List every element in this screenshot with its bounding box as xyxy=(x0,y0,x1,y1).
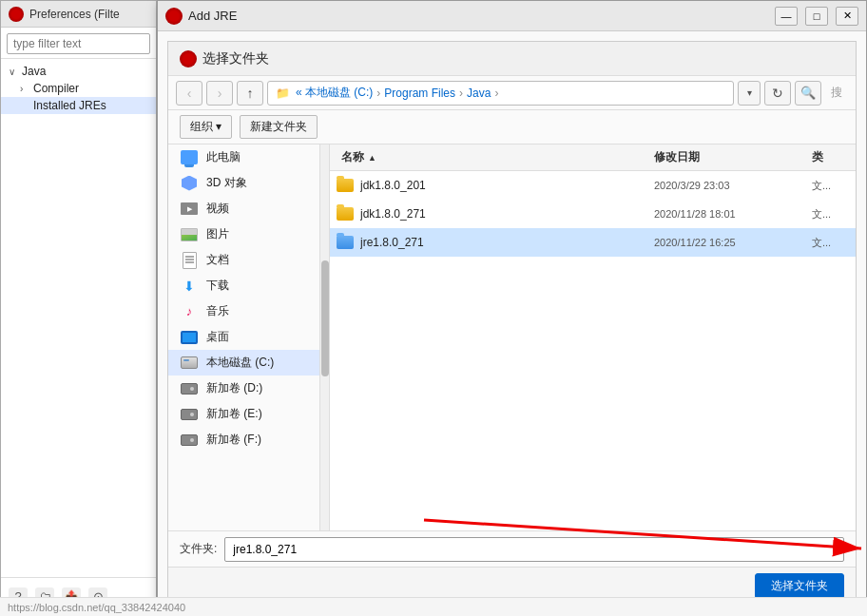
left-panel-scrollbar[interactable] xyxy=(319,144,329,530)
left-item-label: 新加卷 (E:) xyxy=(206,406,262,422)
addjre-icon xyxy=(165,8,183,25)
fc-titlebar: 选择文件夹 xyxy=(168,42,856,76)
breadcrumb-bar: 📁 « 本地磁盘 (C:) › Program Files › Java › xyxy=(267,81,734,106)
fc-right-panel: 名称▲ 修改日期 类 jdk1.8.0_201 2020/3/29 23:03 … xyxy=(330,144,856,530)
left-item-picture[interactable]: 图片 xyxy=(168,221,329,247)
up-button[interactable]: ↑ xyxy=(237,81,263,106)
fc-title: 选择文件夹 xyxy=(202,50,269,67)
preferences-search-area xyxy=(1,28,156,59)
tree-item-label: Java xyxy=(22,65,46,78)
left-item-vol-d[interactable]: 新加卷 (D:) xyxy=(168,375,329,401)
search-input[interactable] xyxy=(7,33,150,54)
file-item-date: 2020/11/28 18:01 xyxy=(646,208,808,220)
breadcrumb-dropdown-button[interactable]: ▾ xyxy=(738,81,761,106)
file-item-jre271[interactable]: jre1.8.0_271 2020/11/22 16:25 文... xyxy=(330,228,856,257)
new-folder-label: 新建文件夹 xyxy=(250,119,307,135)
left-item-computer[interactable]: 此电脑 xyxy=(168,144,329,170)
left-item-3d[interactable]: 3D 对象 xyxy=(168,170,329,196)
scrollbar-thumb[interactable] xyxy=(321,260,329,376)
preferences-title: Preferences (Filte xyxy=(29,8,148,21)
preferences-icon xyxy=(9,7,24,22)
search-button[interactable]: 🔍 xyxy=(795,81,821,106)
file-item-jdk271[interactable]: jdk1.8.0_271 2020/11/28 18:01 文... xyxy=(330,200,856,228)
left-item-document[interactable]: 文档 xyxy=(168,247,329,273)
expand-arrow: › xyxy=(20,84,31,94)
video-icon xyxy=(180,202,199,217)
minimize-button[interactable]: — xyxy=(775,7,798,26)
back-button[interactable]: ‹ xyxy=(176,81,202,106)
file-item-jdk201[interactable]: jdk1.8.0_201 2020/3/29 23:03 文... xyxy=(330,171,856,200)
preferences-tree: ∨ Java › Compiler Installed JREs xyxy=(1,59,156,118)
image-icon xyxy=(180,227,199,242)
left-item-video[interactable]: 视频 xyxy=(168,196,329,221)
addjre-title: Add JRE xyxy=(188,9,767,23)
file-item-name: jdk1.8.0_201 xyxy=(360,179,646,192)
breadcrumb-part-c[interactable]: « 本地磁盘 (C:) xyxy=(296,85,373,101)
left-item-label: 图片 xyxy=(206,226,229,242)
tree-item-label: Compiler xyxy=(33,82,79,95)
drive-d-icon xyxy=(180,381,199,396)
addjre-dialog: Add JRE — □ ✕ 选择文件夹 ‹ › ↑ 📁 « 本地磁盘 (C:) … xyxy=(157,0,867,616)
fc-list-header: 名称▲ 修改日期 类 xyxy=(330,144,856,171)
left-item-local-c[interactable]: 本地磁盘 (C:) xyxy=(168,350,329,375)
desktop-icon xyxy=(180,330,199,345)
folder-icon-jdk271 xyxy=(330,207,360,221)
left-item-label: 桌面 xyxy=(206,329,229,345)
left-item-label: 新加卷 (F:) xyxy=(206,432,261,448)
fc-action-bar: 组织 ▾ 新建文件夹 xyxy=(168,110,856,144)
col-name-header[interactable]: 名称▲ xyxy=(330,149,646,165)
file-item-date: 2020/3/29 23:03 xyxy=(646,180,808,191)
breadcrumb-part-programfiles[interactable]: Program Files xyxy=(384,87,455,100)
breadcrumb-part-java[interactable]: Java xyxy=(467,87,491,100)
organize-label: 组织 ▾ xyxy=(190,119,222,135)
fc-file-list: jdk1.8.0_201 2020/3/29 23:03 文... jdk1.8… xyxy=(330,171,856,530)
new-folder-button[interactable]: 新建文件夹 xyxy=(240,115,318,139)
tree-item-installed-jres[interactable]: Installed JREs xyxy=(1,97,156,114)
fc-toolbar: ‹ › ↑ 📁 « 本地磁盘 (C:) › Program Files › Ja… xyxy=(168,76,856,110)
fc-body: 此电脑 3D 对象 视频 xyxy=(168,144,856,530)
breadcrumb-separator: › xyxy=(376,87,380,100)
left-item-label: 此电脑 xyxy=(206,149,241,165)
refresh-button[interactable]: ↻ xyxy=(764,81,791,106)
left-item-vol-e[interactable]: 新加卷 (E:) xyxy=(168,401,329,427)
preferences-window: Preferences (Filte ∨ Java › Compiler Ins… xyxy=(0,0,157,616)
folder-input[interactable] xyxy=(224,537,844,562)
tree-item-java[interactable]: ∨ Java xyxy=(1,63,156,80)
document-icon xyxy=(180,253,199,268)
maximize-button[interactable]: □ xyxy=(805,7,828,26)
folder-icon-jre271 xyxy=(330,236,360,249)
select-folder-label: 选择文件夹 xyxy=(771,579,828,592)
organize-button[interactable]: 组织 ▾ xyxy=(180,115,232,139)
file-item-name: jdk1.8.0_271 xyxy=(360,207,646,221)
drive-e-icon xyxy=(180,407,199,422)
select-folder-button[interactable]: 选择文件夹 xyxy=(755,573,844,599)
left-item-label: 文档 xyxy=(206,252,229,268)
3d-icon xyxy=(180,176,199,191)
tree-item-compiler[interactable]: › Compiler xyxy=(1,80,156,97)
drive-f-icon xyxy=(180,433,199,448)
col-date-header[interactable]: 修改日期 xyxy=(646,149,808,165)
left-item-label: 3D 对象 xyxy=(206,175,247,191)
left-item-download[interactable]: ⬇ 下载 xyxy=(168,273,329,298)
left-item-vol-f[interactable]: 新加卷 (F:) xyxy=(168,427,329,452)
download-icon: ⬇ xyxy=(180,279,199,294)
left-item-desktop[interactable]: 桌面 xyxy=(168,324,329,350)
breadcrumb-separator: › xyxy=(459,87,463,100)
search-hint: 搜 xyxy=(825,85,848,101)
left-item-label: 下载 xyxy=(206,278,229,294)
expand-arrow: ∨ xyxy=(9,67,20,77)
fc-left-panel: 此电脑 3D 对象 视频 xyxy=(168,144,330,530)
close-button[interactable]: ✕ xyxy=(836,7,858,26)
left-item-label: 新加卷 (D:) xyxy=(206,380,262,396)
tree-item-label: Installed JREs xyxy=(33,99,106,112)
left-item-label: 视频 xyxy=(206,201,229,217)
sort-arrow: ▲ xyxy=(368,153,376,163)
left-item-label: 本地磁盘 (C:) xyxy=(206,355,274,371)
fc-folder-bar: 文件夹: xyxy=(168,530,856,567)
left-item-music[interactable]: ♪ 音乐 xyxy=(168,298,329,324)
folder-icon-jdk201 xyxy=(330,179,360,192)
file-item-type: 文... xyxy=(808,236,856,250)
file-item-type: 文... xyxy=(808,179,856,193)
col-type-header: 类 xyxy=(808,149,856,165)
forward-button[interactable]: › xyxy=(206,81,233,106)
